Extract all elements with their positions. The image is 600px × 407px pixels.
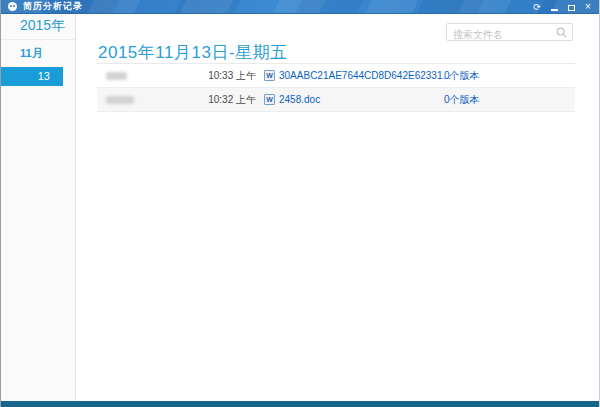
main-panel: 2015年11月13日-星期五 10:33 上午 W 30AABC21AE764… xyxy=(77,14,599,401)
record-time: 10:33 上午 xyxy=(181,64,256,88)
search-box xyxy=(446,23,573,41)
search-input[interactable] xyxy=(447,27,572,43)
date-heading: 2015年11月13日-星期五 xyxy=(98,41,288,64)
record-list: 10:33 上午 W 30AABC21AE7644CD8D642E62331..… xyxy=(97,63,575,112)
sidebar-item-day-selected[interactable]: 13 xyxy=(1,67,63,86)
minimize-icon[interactable] xyxy=(549,3,559,11)
file-link[interactable]: 30AABC21AE7644CD8D642E62331... xyxy=(279,64,451,88)
refresh-icon[interactable]: ⟳ xyxy=(532,2,542,12)
sidebar-item-month[interactable]: 11月 xyxy=(1,40,75,67)
record-row: 10:32 上午 W 2458.doc 0个版本 xyxy=(97,88,575,112)
maximize-icon[interactable] xyxy=(566,3,576,11)
date-sidebar: 2015年 11月 13 xyxy=(1,14,76,401)
app-window: 简历分析记录 ⟳ × 2015年 11月 13 2015年11月13日-星期五 xyxy=(0,0,600,407)
redacted-name xyxy=(106,96,134,104)
title-bar: 简历分析记录 ⟳ × xyxy=(1,0,599,14)
record-time: 10:32 上午 xyxy=(181,88,256,112)
window-title: 简历分析记录 xyxy=(23,0,83,13)
close-icon[interactable]: × xyxy=(583,2,593,12)
app-logo-icon xyxy=(8,2,17,11)
bottom-status-bar xyxy=(1,401,599,407)
sidebar-item-year[interactable]: 2015年 xyxy=(1,14,75,40)
logo-dot xyxy=(13,5,15,7)
word-doc-icon: W xyxy=(264,94,275,105)
search-icon[interactable] xyxy=(556,27,567,38)
window-controls: ⟳ × xyxy=(532,2,593,12)
versions-link[interactable]: 0个版本 xyxy=(444,64,480,88)
record-row: 10:33 上午 W 30AABC21AE7644CD8D642E62331..… xyxy=(97,64,575,88)
word-doc-icon: W xyxy=(264,70,275,81)
versions-link[interactable]: 0个版本 xyxy=(444,88,480,112)
redacted-name xyxy=(106,72,127,80)
file-link[interactable]: 2458.doc xyxy=(279,88,320,112)
logo-dot xyxy=(10,5,12,7)
